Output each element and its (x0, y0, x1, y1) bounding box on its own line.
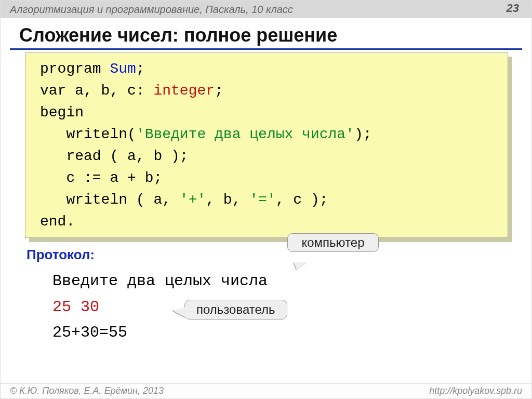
code-l7d: '=' (249, 192, 275, 208)
callout-computer: компьютер (287, 233, 379, 252)
code-l2b: integer (153, 83, 215, 99)
footer-bar: © К.Ю. Поляков, Е.А. Ерёмин, 2013 http:/… (1, 383, 531, 398)
code-l7c: , b, (206, 192, 249, 208)
code-box: program Sum; var a, b, c: integer; begin… (25, 52, 508, 238)
protocol-line2: 25 30 (52, 298, 99, 316)
header-bar: Алгоритмизация и программирование, Паска… (1, 1, 531, 18)
code-l4c: ); (354, 126, 372, 142)
code-l4b: 'Введите два целых числа' (136, 126, 354, 142)
protocol-line3: 25+30=55 (52, 324, 127, 341)
code-l7e: , c ); (276, 192, 328, 208)
code-l8: end. (40, 214, 75, 230)
course-title: Алгоритмизация и программирование, Паска… (10, 4, 293, 16)
code-l6: c := a + b; (40, 170, 162, 186)
page-title: Сложение чисел: полное решение (19, 24, 337, 46)
callout-user: пользователь (184, 300, 287, 320)
code-l7a: writeln ( a, (40, 192, 180, 208)
callout-computer-tail (294, 262, 307, 270)
title-underline (10, 48, 522, 50)
code-l4a: writeln( (40, 126, 136, 142)
code-l1a: program (40, 61, 110, 77)
page-number: 23 (507, 2, 519, 15)
code-l7b: '+' (180, 192, 206, 208)
slide: Алгоритмизация и программирование, Паска… (0, 0, 532, 399)
code-l1c: ; (136, 61, 145, 77)
callout-user-tail (172, 307, 185, 317)
code-l3: begin (40, 104, 84, 121)
code-l2c: ; (215, 83, 223, 99)
code-l5: read ( a, b ); (40, 148, 189, 164)
code-l2a: var a, b, c: (40, 83, 153, 99)
code-l1b: Sum (110, 61, 136, 77)
footer-authors: © К.Ю. Поляков, Е.А. Ерёмин, 2013 (10, 385, 164, 396)
protocol-label: Протокол: (26, 247, 95, 263)
protocol-line1: Введите два целых числа (52, 272, 268, 290)
footer-url: http://kpolyakov.spb.ru (429, 385, 522, 396)
